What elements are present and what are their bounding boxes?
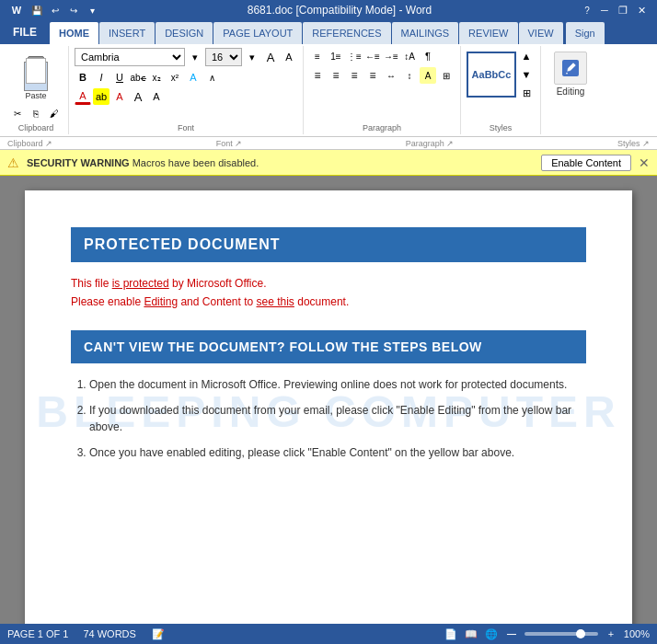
section1-header: PROTECTED DOCUMENT <box>71 227 586 262</box>
text-effects-button[interactable]: A <box>185 69 202 86</box>
editing-button[interactable]: Editing <box>547 48 594 100</box>
paste-button[interactable]: Paste <box>13 48 59 103</box>
tab-sign[interactable]: Sign <box>566 22 605 44</box>
enable-content-button[interactable]: Enable Content <box>541 155 631 171</box>
justify-btn[interactable]: ≡ <box>364 67 381 84</box>
font-size4-btn[interactable]: A <box>148 88 165 105</box>
font-family-dropdown[interactable]: ▾ <box>187 49 203 65</box>
font-size-dropdown[interactable]: ▾ <box>244 49 260 65</box>
sort-btn[interactable]: ↕A <box>401 48 418 64</box>
styles-scroll-down[interactable]: ▼ <box>518 66 535 83</box>
strikethrough-button[interactable]: abc̶ <box>130 69 146 86</box>
numbering-btn[interactable]: 1≡ <box>328 48 344 64</box>
view-mode-reading[interactable]: 📖 <box>464 627 478 641</box>
customize-quick-btn[interactable]: ▾ <box>85 3 99 17</box>
step-1: Open the document in Microsoft Office. P… <box>89 376 586 393</box>
ribbon-group-clipboard: Paste ✂ ⎘ 🖌 Clipboard <box>4 46 69 134</box>
styles-scroll-up[interactable]: ▲ <box>518 48 535 64</box>
bullets-btn[interactable]: ≡ <box>309 48 326 64</box>
font-row-2: B I U abc̶ x₂ x² A ∧ <box>75 69 220 86</box>
decrease-font-btn[interactable]: A <box>281 49 297 65</box>
font-family-select[interactable]: Cambria <box>75 48 185 66</box>
section1-line1: This file is protected by Microsoft Offi… <box>71 277 586 290</box>
para-row-2: ≡ ≡ ≡ ≡ ↔ ↕ A ⊞ <box>309 67 455 84</box>
clipboard-label: Clipboard <box>9 121 63 132</box>
view-mode-print[interactable]: 📄 <box>444 627 458 641</box>
document-page[interactable]: BLEEPING COMPUTER PROTECTED DOCUMENT Thi… <box>25 190 632 624</box>
subscript-button[interactable]: x₂ <box>148 69 165 86</box>
tab-design[interactable]: DESIGN <box>156 22 213 44</box>
paragraph-content: ≡ 1≡ ⋮≡ ←≡ →≡ ↕A ¶ ≡ ≡ ≡ ≡ ↔ ↕ A ⊞ <box>309 48 455 121</box>
view-mode-web[interactable]: 🌐 <box>484 627 499 641</box>
font-size-select[interactable]: 16 <box>205 48 242 66</box>
underline-button[interactable]: U <box>111 69 128 86</box>
help-btn[interactable]: ? <box>580 3 594 17</box>
undo-quick-btn[interactable]: ↩ <box>48 3 63 17</box>
multilevel-btn[interactable]: ⋮≡ <box>346 48 363 64</box>
security-close-button[interactable]: ✕ <box>639 155 650 170</box>
tab-home[interactable]: HOME <box>50 22 98 44</box>
superscript-button[interactable]: x² <box>167 69 183 86</box>
editing-label: Editing <box>557 86 585 97</box>
ribbon-group-paragraph: ≡ 1≡ ⋮≡ ←≡ →≡ ↕A ¶ ≡ ≡ ≡ ≡ ↔ ↕ A ⊞ <box>304 46 461 134</box>
redo-quick-btn[interactable]: ↪ <box>66 3 81 17</box>
warning-icon: ⚠ <box>7 155 19 170</box>
section1-text2: Please enable Editing and Content to see… <box>71 295 349 308</box>
ribbon-group-font: Cambria ▾ 16 ▾ A A B I U abc̶ x₂ x² <box>69 46 304 134</box>
tab-insert[interactable]: INSERT <box>99 22 155 44</box>
para-row-1: ≡ 1≡ ⋮≡ ←≡ →≡ ↕A ¶ <box>309 48 436 64</box>
align-center-btn[interactable]: ≡ <box>328 67 344 84</box>
paste-icon <box>18 51 53 91</box>
line-spacing-btn[interactable]: ↕ <box>401 67 418 84</box>
security-warning-label: SECURITY WARNING <box>27 157 130 168</box>
ltr-rtl-btn[interactable]: ↔ <box>383 67 399 84</box>
highlight-color-btn[interactable]: ab <box>93 88 110 105</box>
shading-btn[interactable]: A <box>420 67 436 84</box>
tab-file[interactable]: FILE <box>0 20 50 44</box>
increase-indent-btn[interactable]: →≡ <box>383 48 399 64</box>
tab-mailings[interactable]: MAILINGS <box>392 22 459 44</box>
styles-expand[interactable]: ⊞ <box>518 85 535 101</box>
paragraph-label: Paragraph <box>309 121 455 132</box>
copy-button[interactable]: ⎘ <box>28 105 44 121</box>
paragraph-section-label: Paragraph ↗ <box>406 139 455 148</box>
show-hide-btn[interactable]: ¶ <box>420 48 436 64</box>
restore-btn[interactable]: ❐ <box>615 2 631 18</box>
paste-label: Paste <box>25 91 46 100</box>
tab-page-layout[interactable]: PAGE LAYOUT <box>213 22 302 44</box>
zoom-out-btn[interactable]: ─ <box>504 627 519 641</box>
align-left-btn[interactable]: ≡ <box>309 67 326 84</box>
proofing-icon[interactable]: 📝 <box>151 627 166 641</box>
decrease-indent-btn[interactable]: ←≡ <box>364 48 381 64</box>
font-color2-btn[interactable]: A <box>111 88 128 105</box>
tab-references[interactable]: REFERENCES <box>303 22 390 44</box>
styles-preview-text: AaBbCc <box>472 69 512 80</box>
clear-format-button[interactable]: ∧ <box>203 69 220 86</box>
minimize-btn[interactable]: ─ <box>596 2 613 18</box>
security-message: Macros have been disabled. <box>133 157 259 168</box>
italic-button[interactable]: I <box>93 69 110 86</box>
align-right-btn[interactable]: ≡ <box>346 67 363 84</box>
zoom-slider[interactable] <box>524 632 598 636</box>
zoom-in-btn[interactable]: + <box>604 627 618 641</box>
title-bar-left: W 💾 ↩ ↪ ▾ <box>7 2 99 18</box>
tab-view[interactable]: VIEW <box>519 22 563 44</box>
increase-font-btn[interactable]: A <box>262 49 279 65</box>
cut-button[interactable]: ✂ <box>9 105 26 121</box>
save-quick-btn[interactable]: 💾 <box>29 3 44 17</box>
close-btn[interactable]: ✕ <box>633 2 650 18</box>
styles-preview-box[interactable]: AaBbCc <box>467 52 516 98</box>
borders-btn[interactable]: ⊞ <box>438 67 455 84</box>
step-3: Once you have enabled editing, please cl… <box>89 444 586 461</box>
font-size3-btn[interactable]: A <box>130 88 146 105</box>
document-content: PROTECTED DOCUMENT This file is protecte… <box>71 227 586 461</box>
page-indicator: PAGE 1 OF 1 <box>7 628 68 639</box>
editing-link: Editing <box>144 295 178 308</box>
font-color-btn[interactable]: A <box>75 88 91 105</box>
tab-review[interactable]: REVIEW <box>459 22 517 44</box>
styles-scroll: ▲ ▼ ⊞ <box>518 48 535 101</box>
window-controls: ? ─ ❐ ✕ <box>580 2 650 18</box>
format-painter-button[interactable]: 🖌 <box>46 105 63 121</box>
bold-button[interactable]: B <box>75 69 91 86</box>
pencil-svg <box>559 57 582 79</box>
